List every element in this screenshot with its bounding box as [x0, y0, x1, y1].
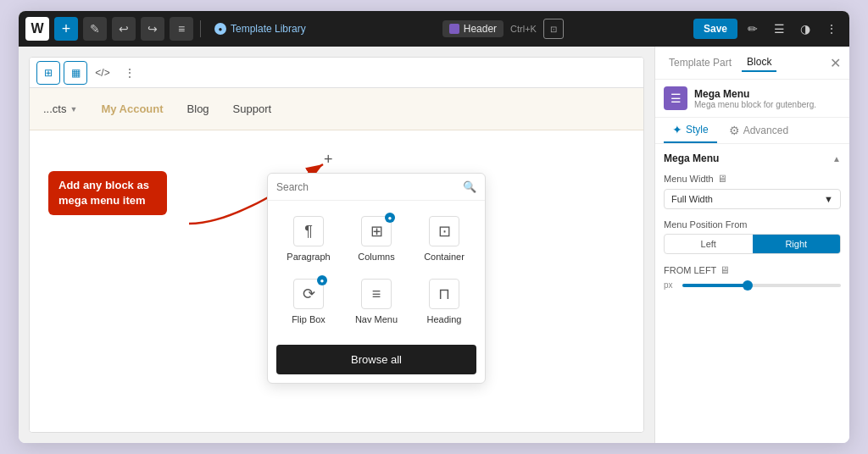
screen-icon: 🖥 — [717, 173, 727, 185]
section-chevron-icon: ▲ — [832, 154, 841, 163]
header-chip[interactable]: Header — [442, 20, 504, 37]
panel-block-info: ☰ Mega Menu Mega menu block for gutenber… — [655, 80, 849, 118]
menu-position-group: Menu Position From Left Right — [664, 219, 841, 254]
container-icon: ⊡ — [429, 216, 459, 246]
block-tool-table[interactable]: ⊞ — [36, 61, 60, 85]
list-button[interactable]: ≡ — [170, 17, 193, 41]
columns-badge: ● — [385, 213, 395, 223]
menu-item-blog[interactable]: Blog — [187, 102, 209, 115]
wp-logo: W — [25, 17, 49, 41]
menu-position-label: Menu Position From — [664, 219, 841, 230]
menu-item-support-label: Support — [233, 102, 272, 115]
menu-width-select[interactable]: Full Width ▼ — [664, 189, 841, 209]
search-input[interactable] — [276, 181, 456, 193]
block-picker-popup: 🔍 ¶ Paragraph ⊞ ● — [267, 173, 486, 384]
columns-icon: ⊞ ● — [361, 216, 392, 246]
menu-width-group: Menu Width 🖥 Full Width ▼ — [664, 173, 841, 209]
moon-icon-button[interactable]: ◑ — [794, 18, 816, 40]
menu-item-products[interactable]: ...cts ▼ — [43, 102, 77, 115]
px-label: px — [664, 280, 677, 290]
center-info: Header Ctrl+K ⊡ — [318, 19, 688, 39]
style-tab-style[interactable]: ✦ Style — [664, 118, 717, 143]
panel-tab-template[interactable]: Template Part — [664, 54, 737, 71]
picker-item-heading[interactable]: ⊓ Heading — [412, 272, 476, 331]
add-block-button[interactable]: + — [54, 17, 78, 41]
picker-item-paragraph[interactable]: ¶ Paragraph — [276, 209, 341, 269]
menu-width-label: Menu Width 🖥 — [664, 173, 841, 185]
position-left-option[interactable]: Left — [665, 235, 753, 253]
panel-block-title: Mega Menu — [694, 88, 816, 100]
slider-thumb[interactable] — [743, 280, 753, 291]
panel-section-title: Mega Menu ▲ — [664, 152, 841, 164]
more-icon-button[interactable]: ⋮ — [821, 18, 843, 40]
flipbox-icon: ⟳ ● — [293, 279, 324, 309]
menu-item-myaccount-label: My Account — [101, 102, 163, 115]
undo-button[interactable]: ↩ — [112, 17, 136, 41]
heading-label: Heading — [427, 314, 462, 324]
advanced-tab-label: Advanced — [743, 125, 788, 136]
save-button[interactable]: Save — [693, 19, 737, 39]
panel-header: Template Part Block ✕ — [655, 47, 849, 80]
menu-item-support[interactable]: Support — [233, 102, 272, 115]
panel-block-desc: Mega menu block for gutenberg. — [694, 100, 816, 109]
style-tab-advanced[interactable]: ⚙ Advanced — [721, 118, 797, 143]
redo-button[interactable]: ↪ — [141, 17, 164, 41]
style-tab-label: Style — [686, 124, 709, 136]
picker-item-flipbox[interactable]: ⟳ ● Flip Box — [276, 272, 341, 331]
right-panel: Template Part Block ✕ ☰ Mega Menu Mega m… — [654, 47, 849, 443]
style-tabs: ✦ Style ⚙ Advanced — [655, 118, 849, 144]
picker-item-columns[interactable]: ⊞ ● Columns — [344, 209, 409, 269]
flipbox-badge: ● — [317, 275, 327, 285]
device-icon[interactable]: ⊡ — [543, 19, 564, 39]
block-tool-code[interactable]: </> — [91, 61, 114, 85]
edit-icon-button[interactable]: ✏ — [742, 18, 764, 40]
slider-fill — [682, 284, 746, 287]
menu-item-products-label: ...cts — [43, 102, 66, 115]
panel-tab-block[interactable]: Block — [742, 53, 776, 72]
block-toolbar: ⊞ ▦ </> ⋮ — [30, 58, 643, 88]
canvas-area: ⊞ ▦ </> ⋮ ...cts ▼ My Account Blog — [19, 47, 654, 443]
block-tool-grid[interactable]: ▦ — [64, 61, 87, 85]
block-tool-more[interactable]: ⋮ — [118, 61, 142, 85]
layout-icon-button[interactable]: ☰ — [768, 18, 790, 40]
search-icon: 🔍 — [463, 180, 476, 193]
navmenu-icon: ≡ — [361, 279, 392, 309]
from-left-slider[interactable] — [682, 284, 841, 287]
picker-item-navmenu[interactable]: ≡ Nav Menu — [344, 272, 409, 331]
template-library-button[interactable]: ● Template Library — [208, 23, 313, 35]
select-chevron-icon: ▼ — [824, 194, 833, 204]
editor-body: Add any block as mega menu item + — [30, 130, 643, 432]
menu-bar: ...cts ▼ My Account Blog Support — [30, 88, 643, 130]
position-right-option[interactable]: Right — [753, 235, 841, 253]
ctrl-k-hint: Ctrl+K — [510, 24, 537, 34]
editor-frame: ⊞ ▦ </> ⋮ ...cts ▼ My Account Blog — [29, 57, 644, 433]
menu-width-value: Full Width — [671, 194, 713, 204]
header-chip-label: Header — [464, 23, 497, 35]
template-library-icon: ● — [214, 23, 226, 35]
main-content: ⊞ ▦ </> ⋮ ...cts ▼ My Account Blog — [19, 47, 849, 443]
container-label: Container — [424, 252, 465, 262]
flipbox-label: Flip Box — [292, 314, 326, 324]
advanced-tab-icon: ⚙ — [729, 124, 740, 137]
position-toggle-group: Left Right — [664, 234, 841, 254]
columns-label: Columns — [358, 252, 394, 262]
right-toolbar: Save ✏ ☰ ◑ ⋮ — [693, 18, 843, 40]
chip-icon — [449, 24, 459, 34]
menu-item-myaccount[interactable]: My Account — [101, 102, 163, 115]
pencil-button[interactable]: ✎ — [83, 17, 107, 41]
style-tab-icon: ✦ — [672, 123, 682, 136]
menu-item-blog-label: Blog — [187, 102, 209, 115]
heading-icon: ⊓ — [429, 279, 459, 309]
from-left-group: FROM LEFT 🖥 px — [664, 264, 841, 290]
picker-item-container[interactable]: ⊡ Container — [412, 209, 476, 269]
browse-all-button[interactable]: Browse all — [276, 345, 476, 374]
template-library-label: Template Library — [231, 23, 306, 35]
from-left-label: FROM LEFT 🖥 — [664, 264, 841, 276]
from-left-screen-icon: 🖥 — [720, 264, 730, 276]
add-mega-menu-button[interactable]: + — [324, 151, 333, 169]
panel-block-text: Mega Menu Mega menu block for gutenberg. — [694, 88, 816, 109]
picker-search-bar[interactable]: 🔍 — [268, 174, 485, 201]
panel-close-button[interactable]: ✕ — [830, 55, 841, 71]
tooltip-label: Add any block as mega menu item — [48, 171, 167, 215]
paragraph-icon: ¶ — [293, 216, 324, 246]
